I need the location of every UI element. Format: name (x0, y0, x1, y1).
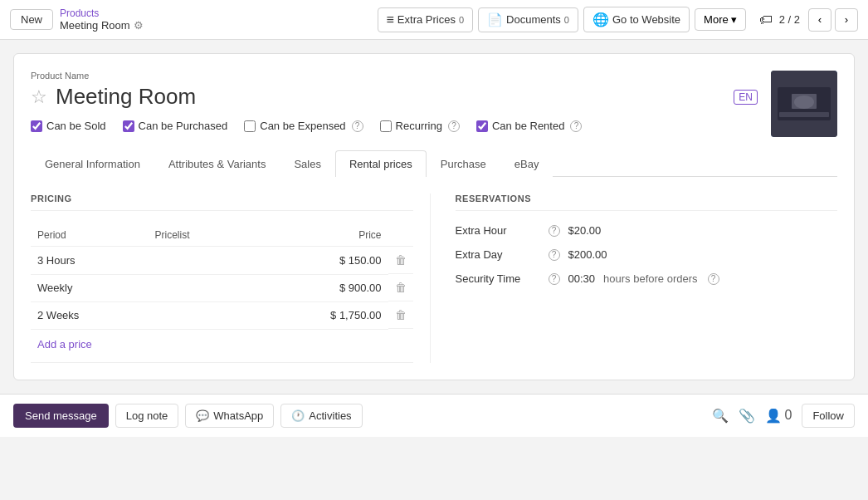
activities-label: Activities (309, 409, 351, 422)
security-time-row: Security Time ? 00:30 hours before order… (456, 272, 838, 285)
reservations-section: RESERVATIONS Extra Hour ? $20.00 Extra D… (431, 194, 838, 363)
recurring-input[interactable] (380, 120, 392, 132)
more-label: More (704, 13, 729, 26)
search-bottom-icon: 🔍 (712, 408, 729, 424)
new-button[interactable]: New (10, 9, 53, 30)
star-icon[interactable]: ☆ (31, 86, 47, 108)
tab-content: PRICING Period Pricelist Price 3 Hours (31, 177, 837, 363)
whatsapp-button[interactable]: 💬 WhatsApp (185, 404, 274, 428)
pricing-section: PRICING Period Pricelist Price 3 Hours (31, 194, 431, 363)
activities-button[interactable]: 🕐 Activities (280, 404, 362, 428)
table-row: 2 Weeks $ 1,750.00 🗑 (31, 301, 413, 329)
nav-next-button[interactable]: › (835, 8, 858, 32)
extra-hour-value: $20.00 (568, 224, 602, 237)
extra-prices-button[interactable]: ≡ Extra Prices 0 (378, 7, 474, 32)
can-be-purchased-checkbox[interactable]: Can be Purchased (123, 120, 228, 132)
security-time-help-icon[interactable]: ? (549, 273, 560, 285)
documents-icon: 📄 (487, 12, 503, 27)
log-note-label: Log note (126, 409, 168, 422)
product-header: Product Name ☆ Meeting Room EN Can be So… (31, 71, 837, 137)
can-be-purchased-label: Can be Purchased (139, 120, 228, 132)
whatsapp-icon: 💬 (196, 409, 209, 422)
paperclip-icon: 📎 (739, 408, 755, 424)
go-to-website-button[interactable]: 🌐 Go to Website (583, 7, 690, 32)
period-cell-0: 3 Hours (31, 247, 149, 275)
checkboxes-row: Can be Sold Can be Purchased Can be Expe… (31, 120, 758, 132)
breadcrumb-current: Meeting Room ⚙ (60, 19, 144, 32)
can-be-rented-input[interactable] (476, 120, 488, 132)
can-be-sold-checkbox[interactable]: Can be Sold (31, 120, 106, 132)
user-icon: 👤 (765, 408, 782, 424)
add-price-link[interactable]: Add a price (31, 330, 99, 359)
tab-general-information[interactable]: General Information (31, 150, 154, 177)
can-be-rented-label: Can be Rented (492, 120, 564, 132)
documents-button[interactable]: 📄 Documents 0 (478, 7, 578, 32)
extra-day-help-icon[interactable]: ? (549, 249, 560, 261)
pricing-table: Period Pricelist Price 3 Hours $ 150.00 … (31, 224, 413, 330)
product-image (771, 71, 837, 137)
user-count: 0 (785, 408, 792, 423)
price-header: Price (251, 224, 388, 247)
can-be-expensed-input[interactable] (244, 120, 256, 132)
website-icon: 🌐 (592, 12, 609, 27)
pricing-section-title: PRICING (31, 194, 413, 211)
security-time-suffix-help-icon[interactable]: ? (708, 273, 719, 285)
recurring-help-icon[interactable]: ? (448, 120, 460, 132)
follow-button[interactable]: Follow (802, 404, 855, 428)
tab-sales[interactable]: Sales (280, 150, 335, 177)
tab-attributes-variants[interactable]: Attributes & Variants (154, 150, 280, 177)
extra-hour-help-icon[interactable]: ? (549, 225, 560, 237)
period-header: Period (31, 224, 149, 247)
product-card: Product Name ☆ Meeting Room EN Can be So… (13, 53, 855, 380)
documents-count: 0 (564, 15, 569, 25)
main-content: Product Name ☆ Meeting Room EN Can be So… (0, 40, 868, 394)
can-be-sold-input[interactable] (31, 120, 42, 132)
user-count-button[interactable]: 👤 0 (765, 408, 792, 424)
bottombar-right: 🔍 📎 👤 0 Follow (712, 404, 855, 428)
breadcrumb: Products Meeting Room ⚙ (60, 7, 144, 32)
delete-row-0-icon[interactable]: 🗑 (395, 253, 407, 267)
can-be-sold-label: Can be Sold (46, 120, 106, 132)
search-bottom-button[interactable]: 🔍 (712, 408, 729, 424)
more-chevron-icon: ▾ (731, 13, 737, 26)
send-message-button[interactable]: Send message (13, 404, 109, 428)
nav-prev-button[interactable]: ‹ (808, 8, 831, 32)
recurring-checkbox[interactable]: Recurring ? (380, 120, 460, 132)
topbar-nav: 🏷 2 / 2 ‹ › (759, 8, 858, 32)
can-be-purchased-input[interactable] (123, 120, 134, 132)
breadcrumb-parent[interactable]: Products (60, 7, 144, 19)
extra-day-value: $200.00 (568, 248, 607, 261)
extra-day-label: Extra Day (456, 248, 539, 261)
product-header-left: Product Name ☆ Meeting Room EN Can be So… (31, 71, 758, 132)
period-cell-2: 2 Weeks (31, 301, 149, 329)
reservations-section-title: RESERVATIONS (456, 194, 838, 211)
extra-day-row: Extra Day ? $200.00 (456, 248, 838, 261)
go-to-website-label: Go to Website (612, 13, 680, 26)
product-title-row: ☆ Meeting Room EN (31, 84, 758, 110)
attachment-button[interactable]: 📎 (739, 408, 755, 424)
can-be-rented-checkbox[interactable]: Can be Rented ? (476, 120, 582, 132)
language-badge[interactable]: EN (734, 90, 758, 105)
tab-ebay[interactable]: eBay (500, 150, 553, 177)
nav-counter: 2 / 2 (779, 13, 800, 26)
svg-point-4 (794, 96, 814, 109)
product-image-inner (771, 71, 837, 137)
more-button[interactable]: More ▾ (695, 8, 746, 31)
delete-row-2-icon[interactable]: 🗑 (395, 308, 407, 321)
tabs: General Information Attributes & Variant… (31, 150, 837, 177)
tab-rental-prices[interactable]: Rental prices (335, 150, 427, 177)
product-image-svg (771, 71, 837, 137)
gear-icon[interactable]: ⚙ (134, 19, 144, 32)
extra-prices-label: Extra Prices (397, 13, 456, 26)
extra-prices-count: 0 (459, 15, 464, 25)
svg-rect-3 (779, 112, 829, 117)
log-note-button[interactable]: Log note (115, 404, 179, 428)
expensed-help-icon[interactable]: ? (352, 120, 363, 132)
delete-row-1-icon[interactable]: 🗑 (395, 281, 407, 294)
whatsapp-label: WhatsApp (213, 409, 263, 422)
can-be-expensed-checkbox[interactable]: Can be Expensed ? (244, 120, 363, 132)
documents-label: Documents (506, 13, 561, 26)
tab-purchase[interactable]: Purchase (427, 150, 500, 177)
breadcrumb-current-label: Meeting Room (60, 19, 130, 32)
rented-help-icon[interactable]: ? (570, 120, 582, 132)
